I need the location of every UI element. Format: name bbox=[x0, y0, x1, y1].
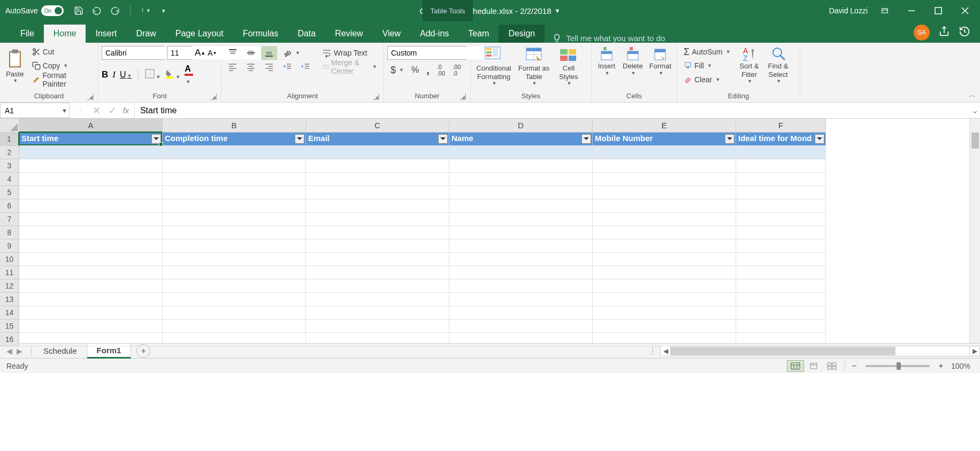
table-cell[interactable] bbox=[449, 293, 593, 306]
table-cell[interactable] bbox=[306, 199, 449, 213]
insert-cells-button[interactable]: Insert▼ bbox=[594, 44, 619, 78]
table-cell[interactable] bbox=[19, 159, 163, 173]
table-cell[interactable] bbox=[19, 333, 163, 346]
table-header-cell[interactable]: Start time bbox=[19, 133, 163, 146]
hscroll-left-button[interactable]: ◀ bbox=[660, 346, 671, 356]
filter-dropdown-icon[interactable] bbox=[725, 134, 734, 144]
table-cell[interactable] bbox=[163, 213, 306, 226]
ribbon-display-options-icon[interactable] bbox=[875, 0, 894, 21]
number-launcher[interactable] bbox=[460, 94, 466, 100]
table-cell[interactable] bbox=[306, 146, 449, 159]
fill-button[interactable]: Fill▼ bbox=[680, 59, 734, 73]
page-layout-view-button[interactable] bbox=[805, 360, 822, 372]
tab-draw[interactable]: Draw bbox=[126, 25, 165, 43]
table-header-cell[interactable]: Name bbox=[449, 133, 593, 146]
row-header[interactable]: 14 bbox=[0, 306, 19, 320]
column-header[interactable]: A bbox=[19, 119, 163, 133]
table-cell[interactable] bbox=[19, 266, 163, 279]
clipboard-launcher[interactable] bbox=[87, 94, 94, 100]
align-left-button[interactable] bbox=[225, 60, 241, 74]
table-cell[interactable] bbox=[19, 173, 163, 186]
row-header[interactable]: 1 bbox=[0, 133, 19, 146]
tab-formulas[interactable]: Formulas bbox=[233, 25, 288, 43]
font-size-combo[interactable]: ▼ bbox=[167, 46, 193, 60]
table-cell[interactable] bbox=[163, 173, 306, 186]
table-cell[interactable] bbox=[593, 293, 736, 306]
filter-dropdown-icon[interactable] bbox=[815, 134, 824, 144]
fx-icon[interactable]: fx bbox=[121, 106, 131, 115]
formula-input[interactable] bbox=[135, 103, 969, 118]
table-cell[interactable] bbox=[306, 226, 449, 239]
table-cell[interactable] bbox=[19, 253, 163, 266]
minimize-button[interactable] bbox=[902, 0, 921, 21]
increase-decimal-button[interactable]: .0.00 bbox=[434, 63, 448, 77]
table-cell[interactable] bbox=[736, 266, 826, 279]
table-cell[interactable] bbox=[736, 213, 826, 226]
tab-insert[interactable]: Insert bbox=[86, 25, 126, 43]
row-header[interactable]: 10 bbox=[0, 253, 19, 266]
orientation-button[interactable]: ab▼ bbox=[279, 46, 303, 60]
cut-button[interactable]: Cut bbox=[29, 45, 95, 59]
table-cell[interactable] bbox=[163, 199, 306, 213]
decrease-decimal-button[interactable]: .00.0 bbox=[449, 63, 464, 77]
maximize-button[interactable] bbox=[929, 0, 948, 21]
align-top-button[interactable] bbox=[225, 46, 241, 60]
autosave-toggle[interactable]: On bbox=[41, 5, 64, 16]
table-cell[interactable] bbox=[19, 213, 163, 226]
row-header[interactable]: 3 bbox=[0, 159, 19, 173]
cancel-formula-icon[interactable]: ✕ bbox=[89, 104, 104, 117]
zoom-level[interactable]: 100% bbox=[947, 362, 974, 370]
table-cell[interactable] bbox=[19, 226, 163, 239]
name-box[interactable]: ▼ bbox=[0, 103, 70, 118]
clear-button[interactable]: Clear▼ bbox=[680, 73, 734, 87]
row-header[interactable]: 4 bbox=[0, 173, 19, 186]
table-cell[interactable] bbox=[736, 186, 826, 199]
table-cell[interactable] bbox=[736, 146, 826, 159]
hscroll-right-button[interactable]: ▶ bbox=[969, 346, 980, 356]
history-icon[interactable] bbox=[959, 26, 970, 40]
table-cell[interactable] bbox=[306, 293, 449, 306]
table-cell[interactable] bbox=[593, 320, 736, 333]
column-header[interactable]: D bbox=[449, 119, 593, 133]
table-cell[interactable] bbox=[593, 186, 736, 199]
delete-cells-button[interactable]: Delete▼ bbox=[619, 44, 646, 78]
table-cell[interactable] bbox=[163, 146, 306, 159]
table-cell[interactable] bbox=[593, 333, 736, 346]
table-cell[interactable] bbox=[449, 320, 593, 333]
table-cell[interactable] bbox=[736, 159, 826, 173]
fx-expand-icon[interactable]: ⋮ bbox=[73, 104, 88, 117]
redo-icon[interactable] bbox=[110, 5, 120, 16]
sheet-nav-next-icon[interactable]: ▶ bbox=[17, 347, 22, 355]
italic-button[interactable]: I bbox=[112, 69, 116, 80]
table-cell[interactable] bbox=[593, 146, 736, 159]
table-header-cell[interactable]: Ideal time for Mond bbox=[736, 133, 826, 146]
number-format-combo[interactable]: ▼ bbox=[387, 46, 466, 60]
table-cell[interactable] bbox=[449, 199, 593, 213]
row-header[interactable]: 8 bbox=[0, 226, 19, 239]
table-cell[interactable] bbox=[163, 159, 306, 173]
table-cell[interactable] bbox=[593, 173, 736, 186]
table-cell[interactable] bbox=[736, 226, 826, 239]
decrease-indent-button[interactable] bbox=[279, 60, 295, 74]
cell-styles-button[interactable]: Cell Styles▼ bbox=[553, 44, 584, 89]
row-header[interactable]: 16 bbox=[0, 333, 19, 346]
table-cell[interactable] bbox=[449, 159, 593, 173]
table-cell[interactable] bbox=[163, 306, 306, 320]
title-dropdown-icon[interactable]: ▼ bbox=[555, 7, 561, 14]
close-button[interactable] bbox=[955, 0, 975, 21]
table-cell[interactable] bbox=[593, 266, 736, 279]
align-bottom-button[interactable] bbox=[261, 46, 277, 60]
align-right-button[interactable] bbox=[261, 60, 277, 74]
tab-design[interactable]: Design bbox=[499, 25, 545, 43]
increase-font-icon[interactable]: A▲ bbox=[195, 48, 205, 58]
filter-dropdown-icon[interactable] bbox=[151, 134, 161, 144]
table-cell[interactable] bbox=[306, 173, 449, 186]
find-select-button[interactable]: Find & Select▼ bbox=[764, 44, 793, 87]
hscroll-grip-icon[interactable]: ⋮ bbox=[648, 346, 660, 356]
table-cell[interactable] bbox=[306, 333, 449, 346]
accounting-format-button[interactable]: $▼ bbox=[387, 63, 407, 77]
table-cell[interactable] bbox=[736, 333, 826, 346]
table-cell[interactable] bbox=[449, 186, 593, 199]
table-cell[interactable] bbox=[449, 213, 593, 226]
alignment-launcher[interactable] bbox=[373, 94, 379, 100]
